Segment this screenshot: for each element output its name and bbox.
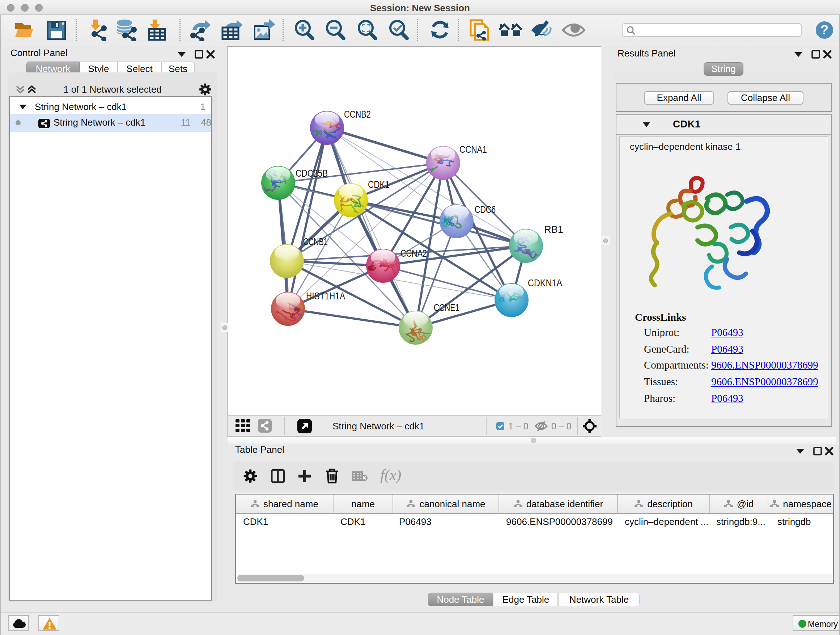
svg-text:CDK1: CDK1 [368,179,390,190]
svg-text:CCNE1: CCNE1 [434,302,459,313]
svg-text:CCNA1: CCNA1 [459,144,487,155]
svg-text:?: ? [821,22,829,37]
svg-text:RB1: RB1 [544,224,563,235]
svg-text:CDC6: CDC6 [475,204,496,215]
svg-text:CCNB2: CCNB2 [344,109,371,120]
svg-text:CDKN1A: CDKN1A [528,278,562,288]
svg-text:CCNB1: CCNB1 [303,236,328,247]
svg-text:CCNA2: CCNA2 [401,248,427,259]
svg-text:HIST1H1A: HIST1H1A [306,291,345,302]
svg-text:CDC25B: CDC25B [295,168,328,179]
